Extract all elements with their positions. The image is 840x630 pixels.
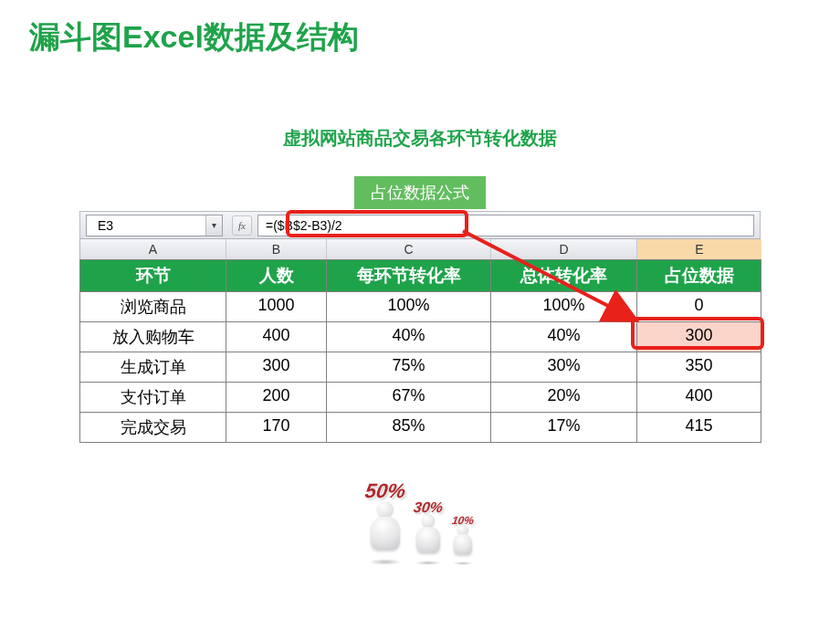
column-headers: A B C D E bbox=[79, 238, 761, 259]
name-box[interactable]: E3 ▾ bbox=[86, 215, 223, 236]
col-header-B[interactable]: B bbox=[226, 239, 327, 259]
data-cell-highlighted[interactable]: 300 bbox=[637, 322, 761, 352]
person-icon bbox=[450, 525, 476, 562]
data-cell[interactable]: 支付订单 bbox=[80, 383, 226, 413]
data-cell[interactable]: 67% bbox=[327, 383, 491, 413]
data-cell[interactable]: 415 bbox=[637, 413, 761, 443]
fx-button[interactable]: fx bbox=[232, 215, 252, 236]
data-cell[interactable]: 完成交易 bbox=[80, 413, 226, 443]
header-cell[interactable]: 环节 bbox=[80, 259, 226, 292]
col-header-E[interactable]: E bbox=[637, 239, 761, 259]
header-cell[interactable]: 人数 bbox=[226, 259, 327, 292]
subtitle: 虚拟网站商品交易各环节转化数据 bbox=[0, 126, 840, 151]
col-header-D[interactable]: D bbox=[491, 239, 637, 259]
decorative-figures: 50% 30% 10% bbox=[0, 479, 840, 562]
data-cell[interactable]: 350 bbox=[637, 352, 761, 383]
person-icon bbox=[364, 501, 406, 562]
figure-10: 10% bbox=[450, 514, 476, 562]
col-header-C[interactable]: C bbox=[327, 239, 491, 259]
data-cell[interactable]: 30% bbox=[491, 352, 637, 383]
spreadsheet: 环节 人数 每环节转化率 总体转化率 占位数据 浏览商品 1000 100% 1… bbox=[79, 259, 761, 443]
excel-area: E3 ▾ fx =($B$2-B3)/2 A B C D E 环节 人数 每环节… bbox=[79, 211, 761, 443]
data-cell[interactable]: 40% bbox=[327, 322, 491, 352]
data-cell[interactable]: 85% bbox=[327, 413, 491, 443]
data-cell[interactable]: 400 bbox=[226, 322, 327, 352]
header-cell[interactable]: 占位数据 bbox=[637, 259, 761, 292]
data-cell[interactable]: 100% bbox=[491, 292, 637, 322]
formula-text: =($B$2-B3)/2 bbox=[266, 218, 342, 233]
data-cell[interactable]: 200 bbox=[226, 383, 327, 413]
name-box-value: E3 bbox=[98, 218, 113, 233]
data-cell[interactable]: 生成订单 bbox=[80, 352, 226, 383]
formula-bar-row: E3 ▾ fx =($B$2-B3)/2 bbox=[79, 211, 761, 238]
col-header-A[interactable]: A bbox=[80, 239, 226, 259]
figure-label: 50% bbox=[363, 479, 407, 503]
data-cell[interactable]: 放入购物车 bbox=[80, 322, 226, 352]
data-cell[interactable]: 100% bbox=[327, 292, 491, 322]
data-cell[interactable]: 40% bbox=[491, 322, 637, 352]
data-cell[interactable]: 1000 bbox=[226, 292, 327, 322]
figure-30: 30% bbox=[412, 499, 445, 562]
data-cell[interactable]: 20% bbox=[491, 383, 637, 413]
data-cell[interactable]: 0 bbox=[637, 292, 761, 322]
formula-badge: 占位数据公式 bbox=[354, 176, 486, 209]
data-cell[interactable]: 17% bbox=[491, 413, 637, 443]
header-cell[interactable]: 每环节转化率 bbox=[327, 259, 491, 292]
data-cell[interactable]: 400 bbox=[637, 383, 761, 413]
formula-bar-buttons: fx bbox=[228, 215, 256, 236]
formula-input[interactable]: =($B$2-B3)/2 bbox=[257, 215, 754, 236]
person-icon bbox=[412, 514, 445, 562]
page-title: 漏斗图Excel数据及结构 bbox=[0, 0, 840, 58]
data-cell[interactable]: 浏览商品 bbox=[80, 292, 226, 322]
header-cell[interactable]: 总体转化率 bbox=[491, 259, 637, 292]
data-cell[interactable]: 75% bbox=[327, 352, 491, 383]
data-cell[interactable]: 300 bbox=[226, 352, 327, 383]
name-box-dropdown-icon[interactable]: ▾ bbox=[205, 215, 222, 236]
data-cell[interactable]: 170 bbox=[226, 413, 327, 443]
figure-50: 50% bbox=[364, 479, 406, 562]
